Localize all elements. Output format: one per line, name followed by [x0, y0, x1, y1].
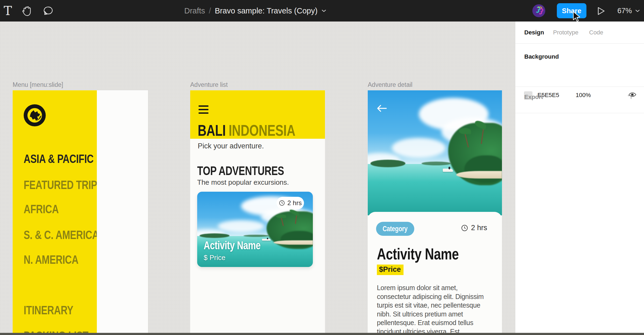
duration-badge: 2 hrs	[277, 197, 304, 209]
hamburger-menu-icon[interactable]	[199, 105, 208, 114]
frame-label-adventure-list[interactable]: Adventure list	[190, 81, 228, 88]
zoom-control[interactable]: 67%	[617, 0, 640, 22]
tab-design[interactable]: Design	[524, 22, 544, 44]
comment-tool-icon[interactable]	[41, 0, 56, 22]
frame-menu[interactable]: ASIA & PACIFIC FEATURED TRIP AFRICA S. &…	[13, 90, 148, 335]
detail-duration: 2 hrs	[461, 224, 487, 232]
card-price: $ Price	[204, 254, 225, 262]
section-title: TOP ADVENTURES	[197, 163, 284, 178]
color-opacity-value[interactable]: 100%	[576, 92, 591, 99]
zoom-level: 67%	[617, 7, 632, 15]
menu-item-featured-trip[interactable]: FEATURED TRIP	[24, 178, 97, 192]
cursor-pointer-icon	[572, 11, 582, 22]
inspector-panel: Design Prototype Code Background E5E5E5 …	[515, 22, 644, 335]
tab-prototype[interactable]: Prototype	[553, 22, 578, 44]
breadcrumb-separator: /	[209, 6, 211, 15]
window-bottom-edge	[0, 333, 644, 335]
avatar[interactable]	[532, 4, 546, 18]
menu-item-s-c-america[interactable]: S. & C. AMERICA	[24, 228, 99, 242]
inspector-tabs: Design Prototype Code	[515, 22, 644, 44]
card-activity-name: Activity Name	[204, 239, 261, 252]
figma-toolbar: T Drafts / Bravo sample: Travels (Copy)	[0, 0, 644, 22]
detail-duration-text: 2 hrs	[471, 224, 487, 232]
chevron-down-icon	[635, 9, 640, 12]
adventure-card[interactable]: 2 hrs Activity Name $ Price	[197, 192, 313, 267]
hand-tool-icon[interactable]	[19, 0, 34, 22]
clock-icon	[461, 224, 468, 232]
category-pill[interactable]: Category	[376, 222, 414, 236]
tab-code[interactable]: Code	[589, 22, 603, 44]
list-heading: BALIINDONESIA	[198, 123, 295, 138]
globe-logo-icon[interactable]	[23, 104, 46, 127]
add-export-plus-icon[interactable]	[627, 92, 635, 99]
menu-item-asia-pacific[interactable]: ASIA & PACIFIC	[24, 152, 94, 166]
duration-text: 2 hrs	[287, 199, 302, 207]
hero-photo	[368, 90, 502, 215]
chevron-down-icon[interactable]	[321, 9, 327, 12]
file-title[interactable]: Bravo sample: Travels (Copy)	[215, 6, 317, 15]
present-play-icon[interactable]	[597, 6, 605, 16]
heading-region: INDONESIA	[229, 122, 295, 139]
detail-activity-name: Activity Name	[377, 245, 459, 263]
divider	[515, 87, 644, 87]
detail-card: Category 2 hrs Activity Name $Price Lore…	[368, 212, 502, 335]
clock-icon	[279, 200, 285, 206]
menu-item-itinerary[interactable]: ITINERARY	[24, 303, 73, 317]
breadcrumb-drafts[interactable]: Drafts	[184, 6, 205, 15]
list-tagline: Pick your adventure.	[198, 142, 264, 150]
text-tool-icon[interactable]: T	[0, 0, 16, 22]
category-label: Category	[383, 225, 408, 233]
frame-adventure-detail[interactable]: Category 2 hrs Activity Name $Price Lore…	[368, 90, 502, 335]
figma-window: T Drafts / Bravo sample: Travels (Copy)	[0, 0, 644, 335]
frame-label-adventure-detail[interactable]: Adventure detail	[368, 81, 412, 88]
breadcrumb: Drafts / Bravo sample: Travels (Copy)	[184, 0, 327, 22]
export-heading: Export	[524, 94, 543, 101]
figma-canvas[interactable]: Menu [menu:slide] Adventure list Adventu…	[0, 22, 515, 335]
section-subtitle: The most popular excursions.	[197, 178, 289, 187]
frame-adventure-list[interactable]: BALIINDONESIA Pick your adventure. TOP A…	[190, 90, 325, 335]
back-arrow-icon[interactable]	[377, 104, 387, 112]
heading-city: BALI	[198, 122, 226, 139]
divider	[515, 113, 644, 113]
frame-label-menu[interactable]: Menu [menu:slide]	[13, 81, 63, 88]
menu-item-n-america[interactable]: N. AMERICA	[24, 253, 78, 267]
menu-panel: ASIA & PACIFIC FEATURED TRIP AFRICA S. &…	[13, 90, 97, 335]
background-heading: Background	[524, 53, 559, 60]
detail-description: Lorem ipsum dolor sit amet, consectetur …	[377, 283, 484, 335]
menu-item-africa[interactable]: AFRICA	[24, 202, 59, 216]
menu-slide-backdrop	[97, 90, 148, 335]
list-header: BALIINDONESIA	[190, 90, 325, 139]
detail-price: $Price	[377, 265, 404, 275]
